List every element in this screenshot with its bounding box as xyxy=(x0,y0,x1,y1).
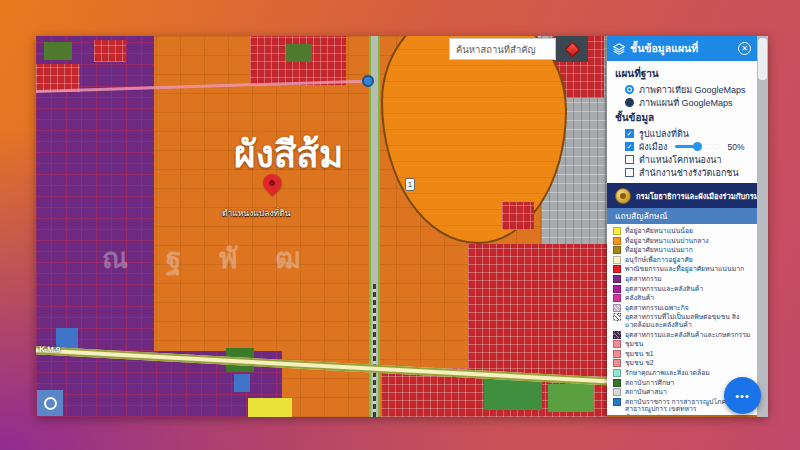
close-icon[interactable]: ✕ xyxy=(738,42,751,55)
legend-swatch xyxy=(613,304,621,312)
legend-label: ชุมชน ช1 xyxy=(625,350,654,358)
layer-label: ผังเมือง xyxy=(639,140,667,154)
layers-icon xyxy=(613,43,625,55)
railway-line xyxy=(373,284,376,417)
legend-item: อุตสาหกรรมที่ไม่เป็นมลพิษต่อชุมชน สิ่งแว… xyxy=(613,313,755,329)
map-app-window: 1 ณ ฐ พั ฒ K.M.9 ผังสีส้ม ตำแหน่งแปลงที่… xyxy=(36,36,768,417)
search-button[interactable] xyxy=(556,36,588,62)
panel-title: ชั้นข้อมูลแผนที่ xyxy=(630,40,733,57)
legend-item: ที่อยู่อาศัยหนาแน่นปานกลาง xyxy=(613,237,755,245)
basemap-section-label: แผนที่ฐาน xyxy=(615,66,753,81)
legend-item: อนุรักษ์เพื่อการอยู่อาศัย xyxy=(613,256,755,264)
legend-label: อุตสาหกรรมและคลังสินค้า xyxy=(625,285,703,293)
layer-checkboxes: ✓รูปแปลงที่ดิน✓ผังเมือง50%ตำแหน่งโคกหนอง… xyxy=(615,127,753,179)
checkbox-icon[interactable]: ✓ xyxy=(625,142,634,151)
legend-swatch xyxy=(613,246,621,254)
legend-swatch xyxy=(613,388,621,396)
legend-swatch xyxy=(613,256,621,264)
legend-swatch xyxy=(613,331,621,339)
checkbox-icon[interactable] xyxy=(625,155,634,164)
scrollbar-thumb[interactable] xyxy=(758,38,767,80)
legend-item: ชุมชน ช1 xyxy=(613,350,755,358)
layer-toggle-2[interactable]: ตำแหน่งโคกหนองนา xyxy=(615,153,753,166)
basemap-options: ภาพดาวเทียม GoogleMapsภาพแผนที่ GoogleMa… xyxy=(615,83,753,109)
page-background: { "search": { "placeholder": "ค้นหาสถานท… xyxy=(0,0,800,450)
legend-label: อนุรักษ์เพื่อการอยู่อาศัย xyxy=(625,256,693,264)
more-actions-fab[interactable]: ••• xyxy=(724,377,761,414)
zone-red-parcel-1 xyxy=(94,40,126,62)
basemap-option-label: ภาพแผนที่ GoogleMaps xyxy=(639,96,733,110)
checkbox-icon[interactable]: ✓ xyxy=(625,129,634,138)
slider-thumb[interactable] xyxy=(693,142,702,151)
panel-body: แผนที่ฐาน ภาพดาวเทียม GoogleMapsภาพแผนที… xyxy=(607,61,757,179)
layer-toggle-1[interactable]: ✓ผังเมือง50% xyxy=(615,140,753,153)
panel-header: ชั้นข้อมูลแผนที่ ✕ xyxy=(607,36,757,61)
radio-icon[interactable] xyxy=(625,85,634,94)
legend-label: อุตสาหกรรมเฉพาะกิจ xyxy=(625,304,689,312)
legend-label: ที่อยู่อาศัยหนาแน่นมาก xyxy=(625,246,693,254)
basemap-option-0[interactable]: ภาพดาวเทียม GoogleMaps xyxy=(615,83,753,96)
parcel-pin[interactable] xyxy=(260,174,284,204)
pin-label: ตำแหน่งแปลงที่ดิน xyxy=(222,206,291,220)
legend-item: ชุมชน ช2 xyxy=(613,359,755,367)
basemap-option-label: ภาพดาวเทียม GoogleMaps xyxy=(639,83,746,97)
layers-section-label: ชั้นข้อมูล xyxy=(615,110,753,125)
legend-item: ที่อยู่อาศัยหนาแน่นมาก xyxy=(613,246,755,254)
layer-toggle-3[interactable]: สำนักงานช่างรังวัดเอกชน xyxy=(615,166,753,179)
legend-label: ที่อยู่อาศัยหนาแน่นปานกลาง xyxy=(625,237,709,245)
pin-icon xyxy=(259,170,284,195)
legend-label: อุตสาหกรรม xyxy=(625,275,662,283)
legend-label: อุตสาหกรรมและคลังสินค้าและเกษตรกรรม xyxy=(625,331,750,339)
legend-item: อุตสาหกรรมและคลังสินค้าและเกษตรกรรม xyxy=(613,331,755,339)
legend-item: ที่อยู่อาศัยหนาแน่นน้อย xyxy=(613,227,755,235)
route-shield: 1 xyxy=(405,178,415,191)
agency-logo-icon xyxy=(615,188,631,204)
km-marker-label: K.M.9 xyxy=(39,345,61,355)
radio-icon[interactable] xyxy=(625,98,634,107)
legend-swatch xyxy=(613,275,621,283)
layer-label: รูปแปลงที่ดิน xyxy=(639,127,689,141)
station-marker[interactable] xyxy=(362,75,374,87)
opacity-slider[interactable] xyxy=(675,145,719,148)
agency-banner-text: กรมโยธาธิการและผังเมืองร่วมกับกรมที่ดิน xyxy=(636,190,768,202)
layer-toggle-0[interactable]: ✓รูปแปลงที่ดิน xyxy=(615,127,753,140)
legend-item: อุตสาหกรรมเฉพาะกิจ xyxy=(613,304,755,312)
legend-label: ที่อยู่อาศัยหนาแน่นน้อย xyxy=(625,227,693,235)
legend-header: แถบสัญลักษณ์ xyxy=(607,208,757,224)
legend-item: รักษาคุณภาพและสิ่งแวดล้อม xyxy=(613,369,755,377)
locate-icon xyxy=(44,397,57,410)
legend-label: สถาบันการศึกษา xyxy=(625,379,674,387)
zone-green-br-2 xyxy=(548,384,594,412)
legend-label: สถาบันศาสนา xyxy=(625,388,667,396)
legend-swatch xyxy=(613,340,621,348)
opacity-value: 50% xyxy=(727,142,744,152)
zone-green-topleft xyxy=(44,42,72,60)
zone-green-topcenter xyxy=(286,44,312,62)
legend-swatch xyxy=(613,294,621,302)
panel-scrollbar[interactable] xyxy=(757,36,768,417)
zone-blue-parcel-2 xyxy=(234,374,250,392)
legend-item: อุตสาหกรรมและคลังสินค้า xyxy=(613,285,755,293)
legend-swatch xyxy=(613,350,621,358)
legend-item: พาณิชยกรรมและที่อยู่อาศัยหนาแน่นมาก xyxy=(613,265,755,273)
zone-plan-label: ผังสีส้ม xyxy=(234,124,343,183)
legend-swatch xyxy=(613,313,621,321)
legend-item: ชุมชน xyxy=(613,340,755,348)
locate-button[interactable] xyxy=(37,390,63,416)
legend-swatch xyxy=(613,285,621,293)
zone-red-mid xyxy=(502,202,534,230)
legend-label: ชุมชน ช2 xyxy=(625,359,654,367)
legend-swatch xyxy=(613,359,621,367)
search-input[interactable] xyxy=(449,38,556,60)
legend-swatch xyxy=(613,237,621,245)
layer-label: สำนักงานช่างรังวัดเอกชน xyxy=(639,166,739,180)
diamond-icon xyxy=(564,41,580,57)
basemap-option-1[interactable]: ภาพแผนที่ GoogleMaps xyxy=(615,96,753,109)
layers-panel: ชั้นข้อมูลแผนที่ ✕ แผนที่ฐาน ภาพดาวเทียม… xyxy=(607,36,757,415)
legend-swatch xyxy=(613,398,621,406)
checkbox-icon[interactable] xyxy=(625,168,634,177)
legend-label: ชุมชน xyxy=(625,340,643,348)
agency-banner: กรมโยธาธิการและผังเมืองร่วมกับกรมที่ดิน xyxy=(607,183,757,208)
legend-item: คลังสินค้า xyxy=(613,294,755,302)
zone-yellow-parcel xyxy=(248,398,292,417)
